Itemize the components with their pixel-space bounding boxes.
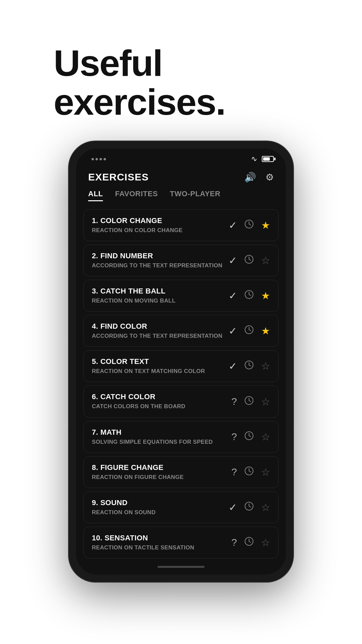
star-icon-6[interactable]: ☆ xyxy=(261,396,270,408)
exercise-name-7: 7. MATH xyxy=(92,428,225,437)
exercise-actions-7: ? ☆ xyxy=(231,431,270,443)
exercise-item-10[interactable]: 10. SENSATION REACTION ON TACTILE SENSAT… xyxy=(83,527,279,558)
exercise-info-9: 9. SOUND REACTION ON SOUND xyxy=(92,498,223,516)
exercise-name-2: 2. FIND NUMBER xyxy=(92,252,223,260)
exercise-name-10: 10. SENSATION xyxy=(92,534,225,542)
clock-icon-2[interactable] xyxy=(244,255,254,266)
clock-icon-3[interactable] xyxy=(244,290,254,302)
star-icon-7[interactable]: ☆ xyxy=(261,431,270,443)
star-icon-8[interactable]: ☆ xyxy=(261,466,270,478)
exercise-desc-1: REACTION ON COLOR CHANGE xyxy=(92,227,223,234)
svg-line-29 xyxy=(249,541,251,542)
question-icon-10: ? xyxy=(231,537,237,548)
star-icon-9[interactable]: ☆ xyxy=(261,501,270,513)
exercise-desc-9: REACTION ON SOUND xyxy=(92,509,223,516)
exercise-actions-3: ✓ ★ xyxy=(229,290,270,302)
svg-line-20 xyxy=(249,436,251,437)
question-icon-8: ? xyxy=(231,466,237,478)
svg-line-14 xyxy=(249,365,251,366)
phone-mockup: ∿ EXERCISES 🔊 ⚙ ALL FAVORITES TWO-PLAYER xyxy=(69,141,293,582)
status-bar: ∿ xyxy=(76,149,286,167)
page-title: Useful exercises. xyxy=(54,44,362,121)
exercise-desc-3: REACTION ON MOVING BALL xyxy=(92,297,223,305)
svg-line-2 xyxy=(249,224,251,225)
exercise-info-1: 1. COLOR CHANGE REACTION ON COLOR CHANGE xyxy=(92,216,223,234)
exercise-item-4[interactable]: 4. FIND COLOR ACCORDING TO THE TEXT REPR… xyxy=(83,315,279,347)
exercise-info-4: 4. FIND COLOR ACCORDING TO THE TEXT REPR… xyxy=(92,322,223,340)
exercise-name-5: 5. COLOR TEXT xyxy=(92,357,223,366)
home-bar xyxy=(158,566,204,568)
svg-line-5 xyxy=(249,259,251,260)
page-header: Useful exercises. xyxy=(0,0,362,141)
clock-icon-7[interactable] xyxy=(244,431,254,443)
settings-icon[interactable]: ⚙ xyxy=(265,172,274,183)
exercise-name-9: 9. SOUND xyxy=(92,498,223,507)
check-icon-2: ✓ xyxy=(229,255,237,266)
app-header: EXERCISES 🔊 ⚙ xyxy=(76,167,286,190)
exercise-actions-5: ✓ ☆ xyxy=(229,360,270,372)
signal-dots xyxy=(92,158,106,160)
exercise-list: 1. COLOR CHANGE REACTION ON COLOR CHANGE… xyxy=(76,209,286,562)
star-icon-3[interactable]: ★ xyxy=(261,290,270,302)
exercise-info-10: 10. SENSATION REACTION ON TACTILE SENSAT… xyxy=(92,534,225,551)
exercise-desc-8: REACTION ON FIGURE CHANGE xyxy=(92,474,225,481)
clock-icon-1[interactable] xyxy=(244,219,254,231)
svg-line-17 xyxy=(249,400,251,401)
exercise-desc-7: SOLVING SIMPLE EQUATIONS FOR SPEED xyxy=(92,438,225,446)
star-icon-1[interactable]: ★ xyxy=(261,219,270,231)
star-icon-5[interactable]: ☆ xyxy=(261,360,270,372)
wifi-icon: ∿ xyxy=(251,155,257,163)
exercise-info-7: 7. MATH SOLVING SIMPLE EQUATIONS FOR SPE… xyxy=(92,428,225,446)
exercise-item-1[interactable]: 1. COLOR CHANGE REACTION ON COLOR CHANGE… xyxy=(83,209,279,241)
exercise-name-6: 6. CATCH COLOR xyxy=(92,392,225,401)
exercise-actions-10: ? ☆ xyxy=(231,537,270,548)
exercise-item-5[interactable]: 5. COLOR TEXT REACTION ON TEXT MATCHING … xyxy=(83,350,279,382)
exercise-item-9[interactable]: 9. SOUND REACTION ON SOUND ✓ ☆ xyxy=(83,491,279,523)
svg-line-26 xyxy=(249,506,251,507)
svg-line-8 xyxy=(249,294,251,296)
exercise-actions-8: ? ☆ xyxy=(231,466,270,478)
exercise-info-2: 2. FIND NUMBER ACCORDING TO THE TEXT REP… xyxy=(92,252,223,269)
exercise-actions-1: ✓ ★ xyxy=(229,219,270,231)
exercise-desc-5: REACTION ON TEXT MATCHING COLOR xyxy=(92,368,223,375)
exercise-item-6[interactable]: 6. CATCH COLOR CATCH COLORS ON THE BOARD… xyxy=(83,385,279,417)
exercise-item-2[interactable]: 2. FIND NUMBER ACCORDING TO THE TEXT REP… xyxy=(83,245,279,276)
tab-all[interactable]: ALL xyxy=(88,190,103,201)
exercise-item-8[interactable]: 8. FIGURE CHANGE REACTION ON FIGURE CHAN… xyxy=(83,456,279,488)
tab-two-player[interactable]: TWO-PLAYER xyxy=(170,190,221,201)
clock-icon-5[interactable] xyxy=(244,360,254,372)
clock-icon-9[interactable] xyxy=(244,501,254,513)
clock-icon-6[interactable] xyxy=(244,396,254,408)
check-icon-3: ✓ xyxy=(229,290,237,302)
clock-icon-8[interactable] xyxy=(244,466,254,478)
app-screen-title: EXERCISES xyxy=(88,171,149,183)
check-icon-1: ✓ xyxy=(229,219,237,231)
exercise-desc-2: ACCORDING TO THE TEXT REPRESENTATION xyxy=(92,262,223,269)
clock-icon-4[interactable] xyxy=(244,325,254,337)
tab-favorites[interactable]: FAVORITES xyxy=(115,190,158,201)
exercise-actions-9: ✓ ☆ xyxy=(229,501,270,513)
svg-line-11 xyxy=(249,330,251,331)
star-icon-10[interactable]: ☆ xyxy=(261,537,270,548)
sound-icon[interactable]: 🔊 xyxy=(244,172,256,183)
exercise-actions-6: ? ☆ xyxy=(231,396,270,408)
phone-outer: ∿ EXERCISES 🔊 ⚙ ALL FAVORITES TWO-PLAYER xyxy=(69,141,293,582)
svg-line-23 xyxy=(249,471,251,472)
exercise-name-8: 8. FIGURE CHANGE xyxy=(92,463,225,472)
exercise-item-7[interactable]: 7. MATH SOLVING SIMPLE EQUATIONS FOR SPE… xyxy=(83,421,279,453)
clock-icon-10[interactable] xyxy=(244,537,254,548)
exercise-info-3: 3. CATCH THE BALL REACTION ON MOVING BAL… xyxy=(92,287,223,305)
exercise-actions-4: ✓ ★ xyxy=(229,325,270,337)
check-icon-5: ✓ xyxy=(229,360,237,372)
question-icon-7: ? xyxy=(231,431,237,442)
star-icon-2[interactable]: ☆ xyxy=(261,255,270,266)
question-icon-6: ? xyxy=(231,396,237,407)
exercise-desc-10: REACTION ON TACTILE SENSATION xyxy=(92,544,225,551)
exercise-item-3[interactable]: 3. CATCH THE BALL REACTION ON MOVING BAL… xyxy=(83,280,279,312)
check-icon-4: ✓ xyxy=(229,325,237,337)
exercise-name-3: 3. CATCH THE BALL xyxy=(92,287,223,296)
star-icon-4[interactable]: ★ xyxy=(261,325,270,337)
battery-icon xyxy=(262,156,274,162)
exercise-desc-4: ACCORDING TO THE TEXT REPRESENTATION xyxy=(92,332,223,340)
exercise-name-4: 4. FIND COLOR xyxy=(92,322,223,331)
